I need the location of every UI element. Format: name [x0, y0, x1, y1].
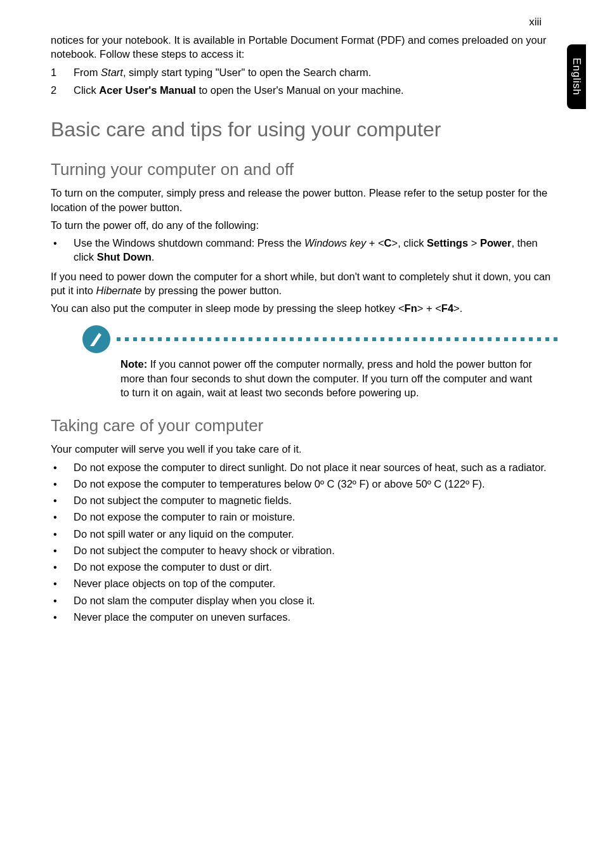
step-text: Click Acer User's Manual to open the Use…: [74, 83, 404, 97]
list-item: •Do not slam the computer display when y…: [51, 593, 559, 607]
bold-power: Power: [480, 237, 512, 249]
bullet-text: Do not expose the computer to dust or di…: [74, 560, 272, 574]
bullet-text: Use the Windows shutdown command: Press …: [74, 236, 559, 264]
list-item: •Do not subject the computer to magnetic…: [51, 493, 559, 507]
language-tab: English: [567, 44, 586, 109]
text-fragment: > + <: [417, 302, 441, 314]
bullet-dot: •: [51, 460, 74, 474]
list-item: •Do not expose the computer to rain or m…: [51, 510, 559, 524]
text-fragment: Click: [74, 84, 99, 96]
text-fragment: .: [152, 251, 155, 262]
bullet-text: Do not slam the computer display when yo…: [74, 593, 315, 607]
section-heading-basic-care: Basic care and tips for using your compu…: [51, 116, 559, 143]
note-block: Note: If you cannot power off the comput…: [51, 325, 559, 399]
shutdown-bullets: • Use the Windows shutdown command: Pres…: [51, 236, 559, 264]
list-item: •Do not expose the computer to direct su…: [51, 460, 559, 474]
italic-hibernate: Hibernate: [96, 285, 142, 296]
text-fragment: by pressing the power button.: [141, 285, 282, 296]
step-number: 1: [51, 65, 74, 79]
access-steps: 1 From Start, simply start typing "User"…: [51, 65, 559, 98]
bullet-text: Do not expose the computer to rain or mo…: [74, 510, 295, 524]
text-fragment: + <: [366, 237, 384, 249]
list-item: •Do not subject the computer to heavy sh…: [51, 543, 559, 557]
shutdown-bullet-1: • Use the Windows shutdown command: Pres…: [51, 236, 559, 264]
bullet-text: Never place objects on top of the comput…: [74, 576, 275, 590]
bullet-dot: •: [51, 527, 74, 541]
bullet-dot: •: [51, 477, 74, 491]
care-bullets: •Do not expose the computer to direct su…: [51, 460, 559, 625]
turning-p1: To turn on the computer, simply press an…: [51, 186, 559, 214]
bold-shut-down: Shut Down: [97, 251, 152, 262]
list-item: •Do not expose the computer to temperatu…: [51, 477, 559, 491]
taking-care-p1: Your computer will serve you well if you…: [51, 442, 559, 456]
note-label: Note:: [120, 358, 147, 370]
bullet-dot: •: [51, 593, 74, 607]
bullet-text: Never place the computer on uneven surfa…: [74, 610, 290, 624]
bullet-text: Do not spill water or any liquid on the …: [74, 527, 294, 541]
bullet-text: Do not subject the computer to heavy sho…: [74, 543, 335, 557]
list-item: •Never place the computer on uneven surf…: [51, 610, 559, 624]
bullet-text: Do not subject the computer to magnetic …: [74, 493, 292, 507]
bullet-text: Do not expose the computer to direct sun…: [74, 460, 547, 474]
note-body: If you cannot power off the computer nor…: [120, 358, 532, 398]
text-fragment: From: [74, 67, 101, 78]
note-icon: [82, 325, 110, 353]
page-number: xiii: [529, 15, 542, 30]
subsection-turning-on-off: Turning your computer on and off: [51, 159, 559, 181]
subsection-taking-care: Taking care of your computer: [51, 415, 559, 437]
italic-windows-key: Windows key: [304, 237, 366, 249]
list-item: •Never place objects on top of the compu…: [51, 576, 559, 590]
text-fragment: >: [468, 237, 480, 249]
text-fragment: >.: [453, 302, 462, 314]
step-2: 2 Click Acer User's Manual to open the U…: [51, 83, 559, 97]
step-number: 2: [51, 83, 74, 97]
text-fragment: Use the Windows shutdown command: Press …: [74, 237, 304, 249]
list-item: •Do not spill water or any liquid on the…: [51, 527, 559, 541]
bullet-dot: •: [51, 560, 74, 574]
bold-f4: F4: [441, 302, 453, 314]
italic-start: Start: [101, 67, 123, 78]
bold-manual-name: Acer User's Manual: [99, 84, 196, 96]
text-fragment: >, click: [392, 237, 427, 249]
intro-paragraph: notices for your notebook. It is availab…: [51, 33, 559, 62]
text-fragment: , simply start typing "User" to open the…: [123, 67, 371, 78]
text-fragment: You can also put the computer in sleep m…: [51, 302, 405, 314]
note-text: Note: If you cannot power off the comput…: [120, 357, 534, 399]
turning-p4: You can also put the computer in sleep m…: [51, 301, 559, 315]
bold-key-c: C: [384, 237, 392, 249]
bold-fn: Fn: [405, 302, 417, 314]
bullet-dot: •: [51, 543, 74, 557]
bullet-dot: •: [51, 510, 74, 524]
bullet-dot: •: [51, 610, 74, 624]
bullet-text: Do not expose the computer to temperatur…: [74, 477, 485, 491]
dash-line: [117, 337, 559, 341]
list-item: •Do not expose the computer to dust or d…: [51, 560, 559, 574]
note-divider: [82, 325, 559, 353]
bullet-dot: •: [51, 576, 74, 590]
bold-settings: Settings: [427, 237, 468, 249]
bullet-dot: •: [51, 236, 74, 264]
step-text: From Start, simply start typing "User" t…: [74, 65, 371, 79]
step-1: 1 From Start, simply start typing "User"…: [51, 65, 559, 79]
bullet-dot: •: [51, 493, 74, 507]
text-fragment: to open the User's Manual on your machin…: [196, 84, 404, 96]
turning-p3: If you need to power down the computer f…: [51, 269, 559, 298]
turning-p2: To turn the power off, do any of the fol…: [51, 218, 559, 232]
